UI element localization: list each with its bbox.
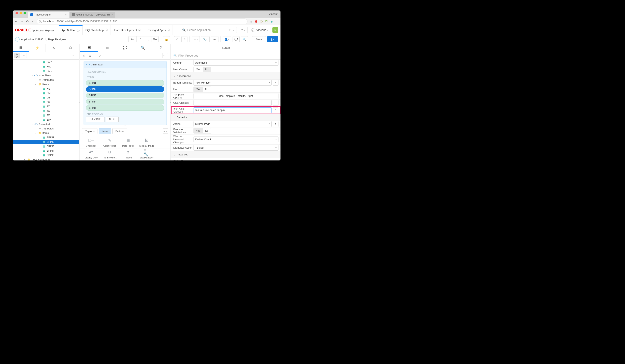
layout-menu-button[interactable]: ≡ ⌄ [162,53,168,58]
subtab-previous[interactable]: PREVIOUS [86,117,104,121]
expand-button[interactable]: ⌃ [273,107,278,113]
gallery-file-browse[interactable]: 🗋File Browse... [100,150,119,159]
gallery-tab-items[interactable]: Items [99,128,111,134]
browser-tab-1[interactable]: Page Designer × [28,12,69,18]
shield-icon[interactable]: ◈ [270,20,274,23]
gallery-menu-button[interactable]: ≡ ⌄ [163,128,168,134]
tree-menu-button[interactable]: ≡ ⌄ [72,53,77,58]
help-tab-icon[interactable]: ? [152,44,170,52]
gallery-tab-buttons[interactable]: Buttons [112,128,127,134]
shared-menu[interactable]: ✂⌄ [211,36,219,42]
close-tab-icon[interactable]: × [65,13,67,16]
expand-icon[interactable]: ⤢ [98,54,102,58]
back-icon[interactable]: ← [14,19,18,23]
select-button-template[interactable]: Text with Icon▾ [193,80,272,86]
account-menu[interactable]: ◡Vincent⌄ [250,27,270,33]
page-stepper[interactable]: ⌃⌄ [145,36,151,42]
select-column[interactable]: Automatic▾ [193,60,279,66]
advisor-button[interactable]: 🔍 [241,36,248,42]
rendering-tab-icon[interactable]: ▦ [13,44,29,52]
menu-team-dev[interactable]: Team Development⌄ [111,25,144,35]
item-spin4[interactable]: SPIN4 [86,99,164,104]
gallery-display-image[interactable]: 🖼Display Image [137,138,156,147]
gallery-hidden[interactable]: ⦻Hidden [119,150,137,159]
toggle-new-column[interactable]: YesNo [193,67,211,72]
browser-tab-2[interactable]: Getting Started - Universal Th × [70,12,115,18]
reload-icon[interactable]: ⟳ [26,19,30,23]
profile-name[interactable]: Vincent [269,12,278,16]
address-bar[interactable]: i localhost:4000/ords/f?p=4000:4500:1573… [37,19,248,24]
gallery-display-only[interactable]: A≡Display Only [82,150,100,159]
team-dev-menu[interactable]: 👤⌄ [223,36,231,42]
zoom-out-icon[interactable]: ⊖ [82,54,86,58]
minimize-window[interactable] [20,12,22,14]
sort-type-button[interactable]: ○≡ [21,53,27,58]
item-spin3[interactable]: SPIN3 [86,92,164,98]
page-search-tab-icon[interactable]: 🔍 [134,44,152,52]
close-tab-icon[interactable]: × [111,13,113,16]
group-appearance[interactable]: ⌄Appearance [171,73,281,80]
crumb-app[interactable]: Application 114996 [21,38,43,41]
utilities-menu[interactable]: 🔧⌄ [201,36,210,42]
toggle-exec-validations[interactable]: YesNo [193,128,211,133]
undo-button[interactable]: ↶ [174,36,180,42]
select-warn-unsaved[interactable]: Do Not Check▾ [193,136,279,142]
search-application[interactable]: 🔍Search Application [180,27,225,33]
zoom-window[interactable] [24,12,26,14]
input-css-classes[interactable] [193,100,272,106]
btn-template-options[interactable]: Use Template Defaults, Right [193,93,279,99]
group-advanced[interactable]: ⌄Advanced [171,151,281,158]
forward-icon[interactable]: → [20,19,24,23]
component-view-icon[interactable]: ▥ [98,44,116,52]
gallery-tab-regions[interactable]: Regions [82,128,98,134]
comments-button[interactable]: 💬 [233,36,240,42]
item-spin2[interactable]: SPIN2 [86,86,164,92]
invision-ext-icon[interactable]: IN [265,20,268,23]
chevron-down-icon[interactable]: ▾ [125,124,126,127]
sort-process-button[interactable]: 1≡2≡ [14,53,20,58]
filter-properties[interactable]: 🔍Filter Properties [171,52,281,60]
site-info-icon[interactable]: i [39,20,42,23]
item-spin5[interactable]: SPIN5 [86,105,164,111]
tree-item-spin2[interactable]: ▦SPIN2 [13,140,79,144]
invision-badge[interactable]: IN [272,27,278,33]
page-number-input[interactable] [136,36,145,42]
menu-app-builder[interactable]: App Builder⌄ [59,25,83,35]
layout-tab-icon[interactable]: ▣ [80,44,98,52]
go-button[interactable]: Go [151,36,159,42]
menu-packaged-apps[interactable]: Packaged Apps⌄ [144,25,173,35]
lock-button[interactable]: 🔓 [163,36,170,42]
help-menu[interactable]: ?⌄ [239,27,248,33]
list-button[interactable]: ≡ [273,121,279,127]
create-menu[interactable]: ＋⌄ [192,36,200,42]
messages-tab-icon[interactable]: 💬 [116,44,134,52]
select-db-action[interactable]: - Select -▾ [193,145,279,151]
admin-menu[interactable]: ᯤ⌄ [227,27,237,33]
dynamic-actions-tab-icon[interactable]: ⚡ [29,44,46,52]
layout-canvas[interactable]: </>Animated REGION CONTENT ITEMS SPIN1 S… [80,60,170,127]
redo-button[interactable]: ↷ [181,36,188,42]
group-behavior[interactable]: ⌄Behavior [171,114,281,121]
home-icon[interactable]: ⌂ [31,19,35,23]
close-window[interactable] [16,12,18,14]
processing-tab-icon[interactable]: ⟲ [46,44,62,52]
rendering-tree[interactable]: ▦FAR ▦FAL ▦FAB ▾</>Icon Sizes ≡Attribute… [13,60,79,160]
run-button[interactable]: ▷ [267,36,278,42]
input-icon-css-classes[interactable] [194,107,271,113]
menu-icon[interactable]: ⋮ [275,20,279,23]
gallery-checkbox[interactable]: ☑═Checkbox [82,138,100,147]
oracle-logo[interactable]: ORACLE Application Express [15,28,55,32]
expand-button[interactable]: ⌃ [273,100,279,106]
save-button[interactable]: Save [252,36,266,42]
zoom-in-icon[interactable]: ⊕ [88,54,92,58]
up-icon[interactable]: ↑ [15,37,20,41]
gallery-color-picker[interactable]: ✎Color Picker [100,138,119,147]
menu-sql-workshop[interactable]: SQL Workshop⌄ [83,25,111,35]
page-lock-button[interactable]: 🗎⌄ [128,36,136,42]
adblock-icon[interactable]: ⬢ [254,20,258,23]
region-animated[interactable]: </>Animated REGION CONTENT ITEMS SPIN1 S… [84,61,167,125]
star-icon[interactable]: ☆ [249,20,253,23]
gallery-list-manager[interactable]: ≡🔧List Manager [137,150,156,159]
toggle-hot[interactable]: YesNo [193,87,211,92]
subtab-next[interactable]: NEXT [106,117,119,121]
